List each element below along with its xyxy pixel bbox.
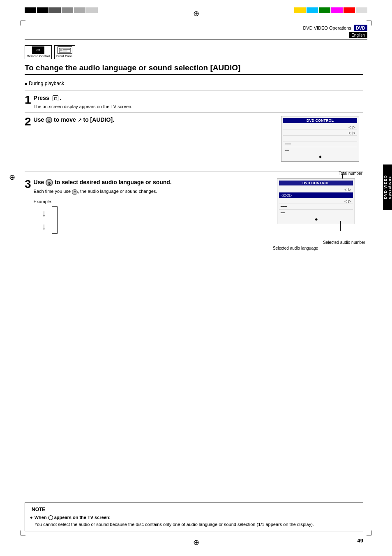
step2-instruction: Use ⊙ to move ↗ to [AUDIO]. (34, 116, 114, 124)
step1-text-area: Press ◻ . The on-screen display appears … (34, 94, 133, 109)
front-panel-svg (59, 47, 71, 53)
note-item-1: ● When ◯ appears on the TV screen: You c… (30, 514, 358, 528)
dvd-badge: DVD (354, 25, 367, 31)
dvd-screen2-row1: ◁ ▷ (279, 187, 353, 192)
dvd-screen2-row3: ◁ ▷ (279, 198, 353, 204)
dvd-control-screen-1: DVD CONTROL ◁ ▷ ◁ ▷ ━━━ ━━ (281, 116, 359, 162)
screen2-wrapper: Total number DVD CONTROL ◁ ▷ ◁OO▷ ◁ ▷ (277, 178, 363, 224)
example-arrows-area: ↓ ↓ (34, 206, 172, 235)
dvd-screen1-row2: ◁ ▷ (283, 130, 357, 136)
dvd-screen1-row3 (283, 136, 357, 141)
selected-audio-number-label: Selected audio number (323, 240, 365, 245)
main-content: Remote Control Front Panel To change the… (25, 45, 363, 235)
language-badge: English (349, 32, 367, 38)
note-text: When ◯ appears on the TV screen: You can… (35, 514, 314, 528)
note-bullet: ● (30, 514, 33, 528)
arrows1: ◁ ▷ (348, 125, 355, 129)
step3-text: Use ⊙ to select desired audio language o… (34, 178, 172, 235)
nav-wheel-icon-step3: ⊙ (46, 179, 53, 186)
dvd-screen1-row1: ◁ ▷ (283, 124, 357, 130)
front-panel-icon-box: Front Panel (54, 45, 75, 59)
step3-left: 3 Use ⊙ to select desired audio language… (25, 178, 270, 235)
registration-cross-top: ⊕ (193, 9, 199, 18)
note-section: NOTE ● When ◯ appears on the TV screen: … (25, 503, 363, 531)
step3-section: 3 Use ⊙ to select desired audio language… (25, 171, 363, 235)
selected-audio-language-label: Selected audio language (273, 246, 318, 250)
dvd-screen1-row5: ━━ (283, 147, 357, 153)
example-arrow-1: ↓ (42, 208, 46, 219)
step2-content: 2 Use ⊙ to move ↗ to [AUDIO]. DVD CONTRO… (25, 116, 363, 162)
step3-screen-area: Total number DVD CONTROL ◁ ▷ ◁OO▷ ◁ ▷ (277, 178, 363, 235)
arrows2: ◁ ▷ (348, 131, 355, 135)
dvd-screen2-row4: ━━━ (279, 204, 353, 210)
registration-cross-bottom: ⊕ (193, 538, 199, 547)
example-label: Example: (34, 199, 172, 204)
step2-section: 2 Use ⊙ to move ↗ to [AUDIO]. DVD CONTRO… (25, 112, 363, 171)
step1-desc: The on-screen display appears on the TV … (34, 104, 133, 109)
front-panel-label: Front Panel (56, 54, 73, 58)
s2-arrows3: ◁ ▷ (344, 199, 351, 203)
note-title: NOTE (30, 507, 47, 512)
page-title: To change the audio language or sound se… (25, 63, 363, 75)
step1-content: 1 Press ◻ . The on-screen display appear… (25, 94, 363, 109)
corner-mark-br (367, 531, 371, 535)
front-panel-icon (58, 46, 72, 54)
svg-rect-1 (60, 49, 62, 51)
disc-button-icon: ◻ (53, 95, 58, 101)
dvd-screen1-row4: ━━━ (283, 141, 357, 147)
dvd-screen2-row5: ━━ (279, 210, 353, 215)
dvd-screen2-header: DVD CONTROL (279, 181, 353, 185)
nav-wheel-icon-inline: ⊙ (72, 189, 78, 195)
step2-text-row: 2 Use ⊙ to move ↗ to [AUDIO]. (25, 116, 274, 127)
corner-mark-tl (21, 21, 25, 25)
s2-arrows1: ◁ ▷ (344, 188, 351, 192)
dvd-screen1-header: DVD CONTROL (283, 118, 357, 123)
step3-desc: Each time you use ⊙, the audio language … (34, 189, 172, 195)
nav-wheel-icon-step2: ⊙ (46, 117, 52, 123)
step3-content: 3 Use ⊙ to select desired audio language… (25, 178, 363, 235)
svg-rect-3 (63, 51, 67, 51)
remote-control-label: Remote Control (27, 54, 50, 58)
section-label: DVD VIDEO Operations (303, 25, 351, 30)
dvd-screen2-bottom: ◆ (279, 216, 353, 222)
step2-text: Use ⊙ to move ↗ to [AUDIO]. (34, 116, 114, 125)
selected-audio-number-line (340, 221, 341, 231)
page-number: 49 (357, 537, 363, 544)
note-body-text: You cannot select the audio or sound bec… (35, 522, 314, 527)
dvd-screen1-bottom: ◆ (283, 154, 357, 160)
step2-screen: DVD CONTROL ◁ ▷ ◁ ▷ ━━━ ━━ (281, 116, 363, 162)
step3-number: 3 (25, 178, 31, 190)
registration-cross-side: ⊕ (9, 173, 15, 182)
side-tab-dvd-video: DVD VIDEOoperations (383, 164, 392, 210)
color-bars-left (25, 7, 98, 13)
step1-instruction: Press ◻ . (34, 94, 133, 102)
s2-highlight-text: ◁OO▷ (281, 193, 292, 197)
note-bold-text: When ◯ appears on the TV screen: (35, 515, 111, 520)
step1-section: 1 Press ◻ . The on-screen display appear… (25, 90, 363, 109)
dvd-control-screen-2: DVD CONTROL ◁ ▷ ◁OO▷ ◁ ▷ ━━━ (277, 178, 355, 224)
step3-text-row: 3 Use ⊙ to select desired audio language… (25, 178, 270, 235)
step2-number: 2 (25, 116, 31, 127)
header-rule (25, 39, 367, 39)
color-bars-right (294, 7, 367, 13)
step3-instruction: Use ⊙ to select desired audio language o… (34, 178, 172, 186)
example-bracket (52, 206, 58, 234)
cursor-icon: ↗ (78, 117, 82, 123)
section-header: DVD VIDEO Operations DVD (303, 25, 367, 31)
step1-number: 1 (25, 94, 31, 106)
remote-control-icon-box: Remote Control (25, 45, 52, 59)
dvd-screen2-row2-highlighted: ◁OO▷ (279, 192, 353, 198)
remote-control-icon (32, 46, 44, 54)
svg-rect-2 (63, 49, 70, 50)
device-icons-row: Remote Control Front Panel (25, 45, 363, 59)
during-playback-label: During playback (25, 81, 363, 86)
step2-left: 2 Use ⊙ to move ↗ to [AUDIO]. (25, 116, 274, 162)
example-arrow-2: ↓ (42, 221, 46, 232)
